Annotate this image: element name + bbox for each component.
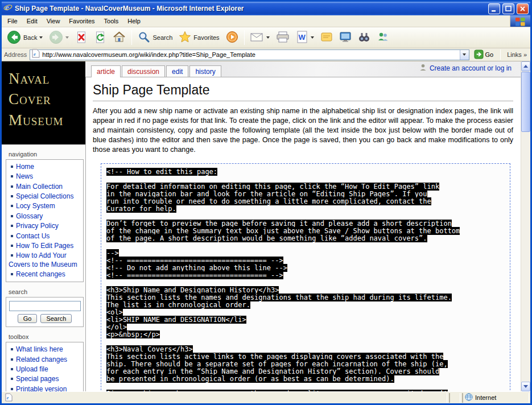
messenger-button[interactable] — [317, 30, 336, 46]
tab-article[interactable]: article — [91, 65, 121, 77]
list-item: News — [7, 172, 82, 181]
menu-bar: FileEditViewFavoritesToolsHelp — [2, 15, 530, 27]
vertical-scrollbar[interactable] — [521, 61, 530, 391]
address-bar: Address e http://www.navalcovermuseum.or… — [2, 48, 530, 61]
address-dropdown-button[interactable] — [460, 50, 469, 60]
mail-dropdown-icon[interactable] — [266, 36, 270, 39]
template-pre-box[interactable]: <!-- How to edit this page: For detailed… — [101, 163, 510, 391]
login-link[interactable]: Create an account or log in — [430, 64, 512, 72]
msn-messenger-button[interactable] — [374, 30, 392, 46]
scrollbar-track[interactable] — [521, 71, 530, 382]
media-button[interactable] — [223, 29, 241, 46]
go-icon — [474, 49, 484, 60]
stop-button[interactable] — [72, 29, 90, 47]
close-button[interactable] — [517, 3, 529, 14]
toolbox-link[interactable]: Printable version — [16, 385, 67, 391]
sidebar-nav-link[interactable]: Locy System — [16, 202, 55, 210]
sidebar-nav-link[interactable]: Glossary — [16, 212, 43, 220]
refresh-icon — [94, 31, 106, 45]
menu-edit[interactable]: Edit — [22, 16, 42, 26]
template-line — [106, 242, 505, 250]
favorites-button[interactable]: Favorites — [176, 29, 222, 46]
windows-logo-icon — [510, 15, 530, 27]
edit-button[interactable]: W — [293, 29, 317, 46]
refresh-button[interactable] — [91, 29, 109, 47]
page-title: Ship Page Template — [93, 82, 513, 101]
edit-dropdown-icon[interactable] — [311, 36, 314, 39]
page-icon: e — [32, 49, 40, 60]
list-item: Special Collections — [7, 192, 82, 201]
home-button[interactable] — [110, 29, 129, 47]
tab-edit[interactable]: edit — [166, 65, 188, 77]
back-dropdown-icon[interactable] — [39, 36, 43, 39]
menu-help[interactable]: Help — [123, 16, 145, 26]
template-line: <!-- ================================== … — [106, 272, 505, 279]
list-item: How To Edit Pages — [7, 241, 82, 251]
sidebar-nav-link[interactable]: How To Edit Pages — [16, 242, 73, 250]
sidebar-nav-link[interactable]: Special Collections — [16, 192, 73, 200]
address-input[interactable]: e http://www.navalcovermuseum.org/wiki/i… — [30, 49, 469, 60]
scroll-up-icon — [523, 65, 528, 68]
sidebar-nav-link[interactable]: Privacy Policy — [16, 222, 59, 230]
address-label: Address — [4, 51, 27, 58]
list-item: Main Collection — [7, 182, 82, 192]
maximize-button[interactable] — [502, 3, 514, 14]
sidebar-nav-link[interactable]: Contact Us — [16, 232, 50, 240]
url-text[interactable]: http://www.navalcovermuseum.org/wiki/ind… — [42, 51, 457, 58]
list-item: Privacy Policy — [7, 221, 82, 231]
forward-dropdown-icon[interactable] — [65, 36, 69, 39]
forward-icon — [49, 30, 63, 46]
go-button[interactable]: Go — [472, 49, 496, 60]
links-button[interactable]: Links » — [506, 51, 528, 58]
dropdown-icon — [463, 53, 466, 56]
mail-button[interactable] — [248, 30, 273, 46]
page-header: Create an account or log in articlediscu… — [85, 61, 521, 77]
menu-view[interactable]: View — [42, 16, 65, 26]
forward-button[interactable] — [46, 28, 72, 47]
site-logo[interactable]: Naval Cover Museum — [2, 61, 85, 144]
research-button[interactable] — [355, 30, 373, 46]
links-chevron-icon[interactable]: » — [523, 51, 527, 58]
sidebar-search-input[interactable] — [9, 301, 81, 311]
favorites-label: Favorites — [193, 34, 219, 41]
menu-file[interactable]: File — [3, 16, 22, 26]
toolbar-separator — [244, 30, 245, 45]
search-portlet: Go Search — [6, 297, 84, 327]
toolbox-portlet: What links hereRelated changesUpload fil… — [6, 342, 84, 391]
tab-history[interactable]: history — [189, 65, 221, 77]
article-content: Ship Page Template After you add a new s… — [85, 77, 521, 391]
scrollbar-thumb[interactable] — [521, 72, 530, 132]
toolbox-heading: toolbox — [9, 333, 85, 340]
messenger-icon — [320, 31, 333, 44]
scroll-up-button[interactable] — [521, 61, 530, 71]
menu-favorites[interactable]: Favorites — [64, 16, 99, 26]
sidebar-search-button[interactable]: Search — [40, 314, 72, 323]
media-player-button[interactable] — [336, 30, 354, 46]
page-icon: e — [5, 393, 13, 403]
list-item: Recent changes — [7, 270, 82, 279]
sidebar-nav-link[interactable]: Main Collection — [16, 183, 63, 191]
toolbar-separator — [131, 30, 132, 45]
toolbox-link[interactable]: What links here — [16, 345, 63, 353]
logo-line: Naval — [9, 68, 85, 89]
sidebar-nav-link[interactable]: News — [16, 172, 33, 180]
toolbox-link[interactable]: Special pages — [16, 375, 59, 383]
back-button[interactable]: Back — [4, 28, 46, 47]
print-button[interactable] — [273, 29, 292, 46]
sidebar-go-button[interactable]: Go — [18, 314, 38, 323]
list-item: Contact Us — [7, 232, 82, 241]
search-heading: search — [9, 288, 85, 295]
sidebar-nav-link[interactable]: How to Add Your Covers to the Museum — [9, 251, 77, 268]
tab-discussion[interactable]: discussion — [122, 65, 165, 77]
search-button[interactable]: Search — [135, 29, 175, 46]
toolbox-link[interactable]: Related changes — [16, 356, 67, 363]
sidebar-nav-link[interactable]: Home — [16, 163, 34, 171]
menu-tools[interactable]: Tools — [100, 16, 123, 26]
scroll-down-button[interactable] — [521, 382, 530, 391]
title-bar[interactable]: e Ship Page Template - NavalCoverMuseum … — [2, 2, 530, 15]
toolbox-link[interactable]: Upload file — [16, 365, 48, 373]
home-icon — [113, 31, 126, 45]
scroll-down-icon — [523, 385, 528, 388]
minimize-button[interactable] — [488, 3, 500, 14]
sidebar-nav-link[interactable]: Recent changes — [16, 270, 65, 278]
